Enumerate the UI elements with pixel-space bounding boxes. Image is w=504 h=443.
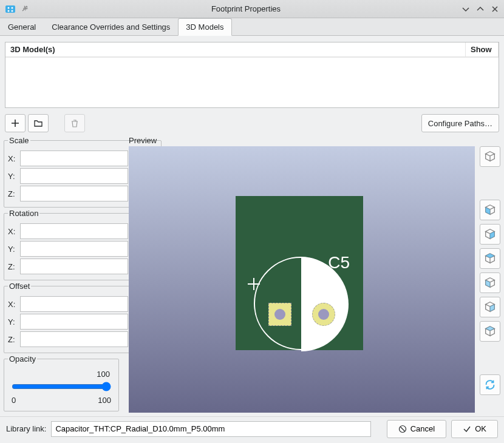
svg-point-1 <box>8 7 10 8</box>
footer: Library link: Cancel OK <box>0 416 504 441</box>
view-bottom-button[interactable] <box>480 321 500 342</box>
close-button[interactable] <box>491 5 499 13</box>
scale-title: Scale <box>8 136 30 145</box>
opacity-slider[interactable] <box>12 382 111 391</box>
rotation-title: Rotation <box>8 209 39 218</box>
component-ref: C5 <box>328 253 350 272</box>
scale-y-input[interactable] <box>20 168 128 184</box>
preview-column: Preview C5 <box>129 136 500 413</box>
polarity-plus-icon <box>248 278 260 290</box>
view-front-button[interactable] <box>480 248 500 269</box>
configure-paths-button[interactable]: Configure Paths… <box>421 114 499 132</box>
window-title: Footprint Properties <box>30 4 461 13</box>
app-icon <box>5 4 16 15</box>
off-y-label: Y: <box>8 317 18 326</box>
models-toolbar: Configure Paths… <box>4 112 500 132</box>
pad-2 <box>312 303 335 326</box>
minimize-button[interactable] <box>461 5 470 13</box>
opacity-min: 0 <box>12 396 16 405</box>
svg-point-4 <box>12 10 13 12</box>
delete-button[interactable] <box>64 114 85 132</box>
opacity-value: 100 <box>12 370 110 379</box>
pcb-board: C5 <box>236 196 363 350</box>
titlebar: Footprint Properties <box>0 0 504 18</box>
cancel-label: Cancel <box>410 424 435 433</box>
off-y-input[interactable] <box>20 314 128 330</box>
maximize-button[interactable] <box>476 5 485 13</box>
scale-x-input[interactable] <box>20 150 128 166</box>
view-right-button[interactable] <box>480 224 500 245</box>
page-content: 3D Model(s) Show Configure Paths… Scale … <box>0 36 504 416</box>
tab-clearance[interactable]: Clearance Overrides and Settings <box>44 18 178 36</box>
preview-toolbar <box>480 146 500 413</box>
iso-view-button[interactable] <box>480 146 500 167</box>
view-back-button[interactable] <box>480 272 500 293</box>
preview-canvas[interactable]: C5 <box>129 146 475 413</box>
rot-x-input[interactable] <box>20 223 128 239</box>
left-panels: Scale X:−+ Y:−+ Z:−+ Rotation X:−+ Y:−+ … <box>4 136 119 413</box>
off-x-input[interactable] <box>20 296 128 312</box>
lib-link-label: Library link: <box>6 424 46 433</box>
svg-rect-0 <box>5 5 15 13</box>
window-controls <box>461 5 499 13</box>
rot-y-input[interactable] <box>20 241 128 257</box>
pad-1 <box>268 303 291 326</box>
add-button[interactable] <box>5 114 26 132</box>
opacity-title: Opacity <box>8 354 37 364</box>
scale-x-label: X: <box>8 154 18 163</box>
rot-x-label: X: <box>8 227 18 236</box>
ok-button[interactable]: OK <box>451 420 498 438</box>
offset-title: Offset <box>8 282 31 291</box>
models-table[interactable]: 3D Model(s) Show <box>5 42 499 108</box>
col-header-models: 3D Model(s) <box>5 42 466 56</box>
view-left-button[interactable] <box>480 200 500 220</box>
svg-point-3 <box>8 10 10 12</box>
svg-point-2 <box>12 7 13 8</box>
ok-label: OK <box>475 424 486 433</box>
off-z-label: Z: <box>8 335 18 344</box>
view-top-button[interactable] <box>480 297 500 317</box>
rot-z-label: Z: <box>8 262 18 271</box>
tab-3d-models[interactable]: 3D Models <box>178 18 231 36</box>
rot-z-input[interactable] <box>20 259 128 274</box>
scale-z-input[interactable] <box>20 186 128 201</box>
scale-y-label: Y: <box>8 172 18 181</box>
tabbar: General Clearance Overrides and Settings… <box>0 18 504 36</box>
cancel-button[interactable]: Cancel <box>387 420 446 438</box>
opacity-max: 100 <box>98 396 111 405</box>
browse-button[interactable] <box>28 114 49 132</box>
off-z-input[interactable] <box>20 331 128 347</box>
reload-button[interactable] <box>480 374 500 395</box>
tab-general[interactable]: General <box>0 18 44 36</box>
off-x-label: X: <box>8 300 18 309</box>
scale-z-label: Z: <box>8 189 18 198</box>
opacity-group: Opacity 100 0 100 <box>4 354 119 411</box>
preview-label: Preview <box>129 136 500 146</box>
rot-y-label: Y: <box>8 245 18 254</box>
col-header-show: Show <box>466 42 499 56</box>
pin-icon[interactable] <box>21 4 30 14</box>
lib-link-input[interactable] <box>51 421 370 437</box>
